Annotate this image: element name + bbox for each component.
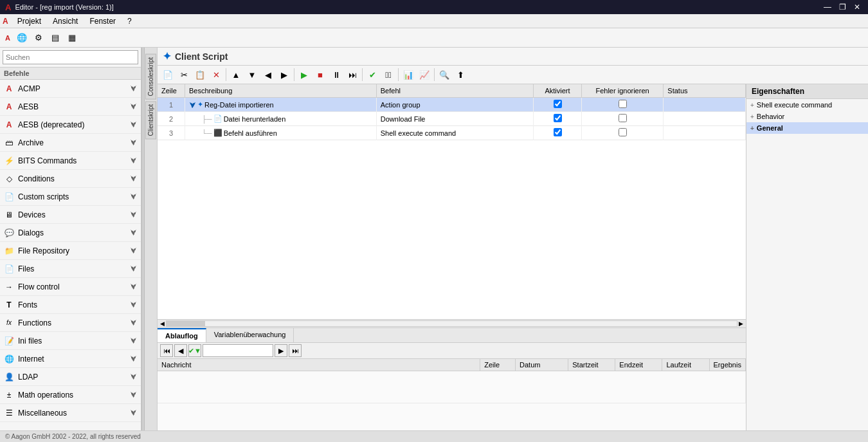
right-panel-behavior-item[interactable]: + Behavior — [746, 111, 868, 122]
log-prev-btn[interactable]: ◀ — [174, 344, 187, 357]
row1-fehler-checkbox[interactable] — [619, 100, 627, 108]
row1-activated-checkbox[interactable] — [554, 100, 562, 108]
cell-row-2-cmd: Download File — [376, 112, 534, 126]
script-stop-btn[interactable]: ■ — [312, 67, 328, 82]
cell-row-3-fehler[interactable] — [581, 126, 664, 140]
script-chart-btn[interactable]: 📊 — [401, 67, 416, 82]
sidebar-label-bits: BITS Commands — [18, 156, 77, 165]
script-down-btn[interactable]: ▼ — [244, 67, 260, 82]
scroll-track-h[interactable] — [166, 320, 737, 327]
menu-fenster[interactable]: Fenster — [84, 15, 121, 27]
functions-chevron: ⮟ — [131, 319, 137, 326]
script-search-btn[interactable]: 🔍 — [437, 67, 452, 82]
sidebar-item-aesb[interactable]: A AESB ⮟ — [0, 98, 141, 116]
sidebar-item-devices[interactable]: 🖥 Devices ⮟ — [0, 206, 141, 224]
scroll-left-btn[interactable]: ◀ — [160, 320, 165, 327]
script-pause-btn[interactable]: ⏸ — [329, 67, 344, 82]
toolbar-globe-btn[interactable]: 🌐 — [14, 30, 30, 46]
table-row[interactable]: 1 ⮟ ✦ Reg-Datei importieren Action group — [158, 98, 746, 112]
tab-ablauflog[interactable]: Ablauflog — [158, 328, 206, 342]
script-step-btn[interactable]: ⏭ — [345, 67, 360, 82]
log-last-btn[interactable]: ⏭ — [289, 344, 302, 357]
script-up-btn[interactable]: ▲ — [228, 67, 244, 82]
shell-expand-icon[interactable]: + — [750, 102, 754, 109]
cell-row-1-fehler[interactable] — [581, 98, 664, 112]
toolbar-settings-btn[interactable]: ⚙ — [31, 30, 46, 46]
dialogs-icon: 💬 — [4, 228, 14, 238]
right-panel: Eigenschaften + Shell execute command + … — [746, 84, 868, 430]
cell-row-3-act[interactable] — [534, 126, 581, 140]
row2-activated-checkbox[interactable] — [554, 114, 562, 122]
table-row[interactable]: 2 ├─ 📄 Datei herunterladen Download File — [158, 112, 746, 126]
menu-projekt[interactable]: Projekt — [12, 15, 46, 27]
sidebar-label-flowctrl: Flow control — [18, 282, 60, 291]
col-fehler: Fehler ignorieren — [581, 84, 664, 98]
script-indent-right-btn[interactable]: ▶ — [276, 67, 292, 82]
cell-row-1-num: 1 — [158, 98, 185, 112]
close-button[interactable]: ✕ — [851, 3, 863, 12]
sidebar-item-acmp[interactable]: A ACMP ⮟ — [0, 80, 141, 98]
sidebar-item-aesb-dep[interactable]: A AESB (deprecated) ⮟ — [0, 116, 141, 134]
sidebar-item-custom[interactable]: 📄 Custom scripts ⮟ — [0, 188, 141, 206]
row3-fehler-checkbox[interactable] — [619, 128, 627, 136]
sidebar-item-inifiles[interactable]: 📝 Ini files ⮟ — [0, 332, 141, 350]
script-run-btn[interactable]: ▶ — [296, 67, 312, 82]
behavior-expand-icon[interactable]: + — [750, 113, 754, 120]
row2-file-icon: 📄 — [213, 115, 222, 123]
sidebar-item-files[interactable]: 📄 Files ⮟ — [0, 260, 141, 278]
maximize-button[interactable]: ❐ — [836, 3, 849, 12]
row3-activated-checkbox[interactable] — [554, 128, 562, 136]
scroll-thumb-h[interactable] — [167, 321, 205, 326]
script-delete-btn[interactable]: ✕ — [208, 67, 224, 82]
script-indent-left-btn[interactable]: ◀ — [260, 67, 276, 82]
minimize-button[interactable]: — — [821, 3, 834, 12]
search-input[interactable] — [3, 50, 138, 64]
toolbar-grid-btn[interactable]: ▦ — [64, 30, 80, 46]
right-panel-shell-item[interactable]: + Shell execute command — [746, 99, 868, 111]
script-chart2-btn[interactable]: 📈 — [417, 67, 432, 82]
log-filter-btn[interactable]: ✔▼ — [188, 344, 201, 357]
log-next-btn[interactable]: ▶ — [275, 344, 287, 357]
cell-row-2-fehler[interactable] — [581, 112, 664, 126]
sidebar-label-misc: Miscellaneous — [18, 409, 67, 418]
script-vars-btn[interactable]: ⚙⃣ — [381, 67, 396, 82]
script-check-btn[interactable]: ✔ — [365, 67, 380, 82]
h-scroll-bar[interactable]: ◀ ▶ — [158, 319, 746, 327]
sidebar-item-dialogs[interactable]: 💬 Dialogs ⮟ — [0, 224, 141, 242]
script-upload-btn[interactable]: ⬆ — [453, 67, 468, 82]
client-script-icon: ✦ — [163, 50, 171, 62]
sidebar-item-math[interactable]: ± Math operations ⮟ — [0, 386, 141, 404]
menu-help[interactable]: ? — [122, 15, 137, 27]
sidebar-item-functions[interactable]: fx Functions ⮟ — [0, 314, 141, 332]
scroll-right-btn[interactable]: ▶ — [739, 320, 743, 327]
script-cut-btn[interactable]: ✂ — [176, 67, 192, 82]
row2-fehler-checkbox[interactable] — [619, 114, 627, 122]
cell-row-1-act[interactable] — [534, 98, 581, 112]
sidebar-item-conditions[interactable]: ◇ Conditions ⮟ — [0, 170, 141, 188]
sidebar-item-ldap[interactable]: 👤 LDAP ⮟ — [0, 368, 141, 386]
log-first-btn[interactable]: ⏮ — [160, 344, 173, 357]
sidebar-item-internet[interactable]: 🌐 Internet ⮟ — [0, 350, 141, 368]
toolbar-list-btn[interactable]: ▤ — [48, 30, 63, 46]
script-new-btn[interactable]: 📄 — [160, 67, 176, 82]
menu-ansicht[interactable]: Ansicht — [48, 15, 83, 27]
sidebar-item-fonts[interactable]: T Fonts ⮟ — [0, 296, 141, 314]
cell-row-2-act[interactable] — [534, 112, 581, 126]
script-copy-btn[interactable]: 📋 — [192, 67, 208, 82]
tab-clientskript[interactable]: Clientskript — [145, 101, 156, 139]
script-table-area[interactable]: Zeile Beschreibung Befehl Aktiviert Fehl… — [158, 84, 746, 319]
sidebar-label-fonts: Fonts — [18, 300, 37, 309]
row1-expand-icon[interactable]: ⮟ — [189, 101, 196, 109]
sidebar-item-flowctrl[interactable]: → Flow control ⮟ — [0, 278, 141, 296]
log-search-input[interactable] — [203, 344, 273, 357]
tab-consoleskript[interactable]: Consoleskript — [145, 54, 156, 100]
sidebar-item-misc[interactable]: ☰ Miscellaneous ⮟ — [0, 404, 141, 422]
table-row[interactable]: 3 └─ ⬛ Befehl ausführen Shell execute co… — [158, 126, 746, 140]
filerep-chevron: ⮟ — [131, 247, 137, 254]
tab-variablen[interactable]: Variablenüberwachung — [206, 328, 294, 342]
sidebar-item-bits[interactable]: ⚡ BITS Commands ⮟ — [0, 152, 141, 170]
sidebar-item-filerep[interactable]: 📁 File Repository ⮟ — [0, 242, 141, 260]
general-expand-icon[interactable]: + — [750, 125, 754, 132]
right-panel-general-item[interactable]: + General — [746, 122, 868, 134]
sidebar-item-archive[interactable]: 🗃 Archive ⮟ — [0, 134, 141, 152]
